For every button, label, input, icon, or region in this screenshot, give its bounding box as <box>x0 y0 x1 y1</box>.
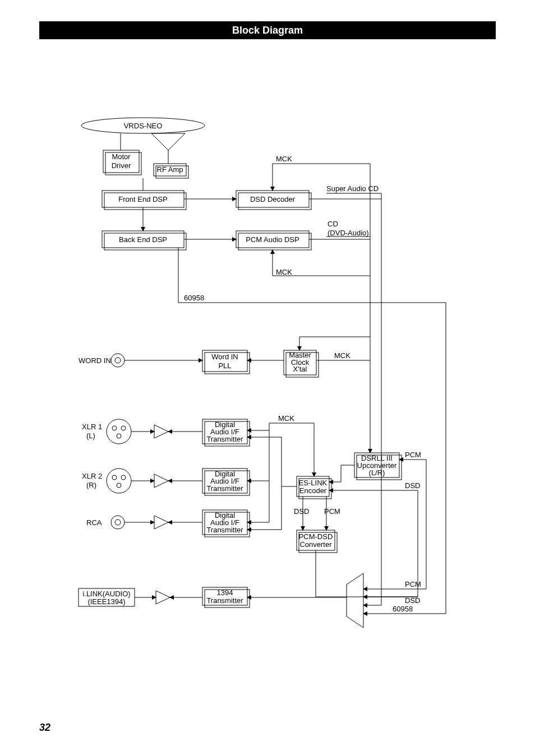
svg-text:ES-LINK: ES-LINK <box>299 479 328 487</box>
svg-point-40 <box>111 354 124 367</box>
pcm-up-label: PCM <box>405 451 421 459</box>
cd-label-line1: CD <box>328 220 338 228</box>
svg-point-79 <box>121 475 126 480</box>
svg-text:1394: 1394 <box>217 588 233 597</box>
block-diagram-canvas: VRDS-NEO Motor Driver RF Amp Front End D… <box>0 0 535 756</box>
xlr1-label-1: XLR 1 <box>82 423 102 431</box>
pcm-dsd-converter-block: PCM-DSD Converter <box>297 530 337 553</box>
svg-point-59 <box>112 426 117 430</box>
svg-point-104 <box>115 520 121 525</box>
es-link-encoder-block: ES-LINK Encoder <box>297 476 331 499</box>
mux-dsd-label: DSD <box>405 596 420 605</box>
mck3-label: MCK <box>334 351 350 360</box>
svg-text:Back End DSP: Back End DSP <box>119 235 167 244</box>
xlr2-label-1: XLR 2 <box>82 472 102 480</box>
svg-point-61 <box>117 434 121 438</box>
transmitter-1394-block: 1394 Transmitter <box>202 587 250 607</box>
word-in-port-label: WORD IN <box>79 356 111 365</box>
svg-text:Transmitter: Transmitter <box>206 435 243 443</box>
pcm-right-label: PCM <box>324 507 340 516</box>
svg-text:i.LINK(AUDIO): i.LINK(AUDIO) <box>82 590 130 598</box>
super-audio-cd-label: Super Audio CD <box>326 184 379 193</box>
svg-text:Transmitter: Transmitter <box>206 596 243 605</box>
mux-pcm-label: PCM <box>405 580 421 588</box>
svg-text:X'tal: X'tal <box>293 365 307 373</box>
svg-point-58 <box>107 419 131 444</box>
svg-text:Front End DSP: Front End DSP <box>118 195 167 203</box>
dsd-left-label: DSD <box>294 507 309 516</box>
dsd-up-label: DSD <box>405 481 420 490</box>
pcm-audio-dsp-block: PCM Audio DSP <box>236 231 311 250</box>
mck4-label: MCK <box>278 414 294 423</box>
svg-text:PCM Audio DSP: PCM Audio DSP <box>246 235 299 244</box>
svg-text:Word IN: Word IN <box>211 353 238 361</box>
vrds-neo-label: VRDS-NEO <box>124 122 163 130</box>
svg-text:Transmitter: Transmitter <box>206 526 243 534</box>
svg-point-60 <box>121 426 126 430</box>
digital-audio-if-transmitter-2-block: Digital Audio I/F Transmitter <box>202 469 250 495</box>
svg-text:(L/R): (L/R) <box>369 469 385 477</box>
rca-label: RCA <box>86 518 102 527</box>
svg-text:(IEEE1394): (IEEE1394) <box>87 597 125 606</box>
svg-point-78 <box>112 475 117 480</box>
svg-text:Motor: Motor <box>112 152 131 161</box>
dsrll-upconverter-block: DSRLL III Upconverter (L/R) <box>354 453 402 480</box>
svg-text:RF Amp: RF Amp <box>157 165 183 174</box>
svg-point-77 <box>107 469 131 493</box>
ilink-port-block: i.LINK(AUDIO) (IEEE1394) <box>79 588 135 606</box>
svg-text:DSD Decoder: DSD Decoder <box>250 195 296 203</box>
multiplexer <box>347 573 363 628</box>
back-end-dsp-block: Back End DSP <box>102 231 186 250</box>
word-in-pll-block: Word IN PLL <box>202 350 250 374</box>
svg-point-103 <box>111 516 124 529</box>
svg-text:PLL: PLL <box>218 361 231 370</box>
front-end-dsp-block: Front End DSP <box>102 191 186 210</box>
xlr1-label-2: (L) <box>86 432 95 440</box>
svg-point-80 <box>117 483 121 488</box>
digital-audio-if-transmitter-1-block: Digital Audio I/F Transmitter <box>202 419 250 446</box>
motor-driver-block: Motor Driver <box>103 150 141 175</box>
60958-label-a: 60958 <box>184 294 204 302</box>
mck2-label: MCK <box>276 268 292 276</box>
svg-text:Converter: Converter <box>299 540 332 549</box>
xlr2-label-2: (R) <box>86 481 96 489</box>
60958-label-b: 60958 <box>393 605 413 613</box>
dsd-decoder-block: DSD Decoder <box>236 191 311 210</box>
svg-text:PCM-DSD: PCM-DSD <box>299 532 333 541</box>
cd-label-line2: (DVD-Audio) <box>328 229 369 237</box>
svg-text:Transmitter: Transmitter <box>206 484 243 493</box>
master-clock-xtal-block: Master Clock X'tal <box>284 350 319 377</box>
svg-text:Driver: Driver <box>112 161 131 170</box>
mck1-label: MCK <box>276 155 292 163</box>
digital-audio-if-transmitter-3-block: Digital Audio I/F Transmitter <box>202 510 250 537</box>
rf-amp-block: RF Amp <box>154 164 188 178</box>
svg-text:Encoder: Encoder <box>299 486 327 495</box>
svg-point-41 <box>115 358 121 363</box>
